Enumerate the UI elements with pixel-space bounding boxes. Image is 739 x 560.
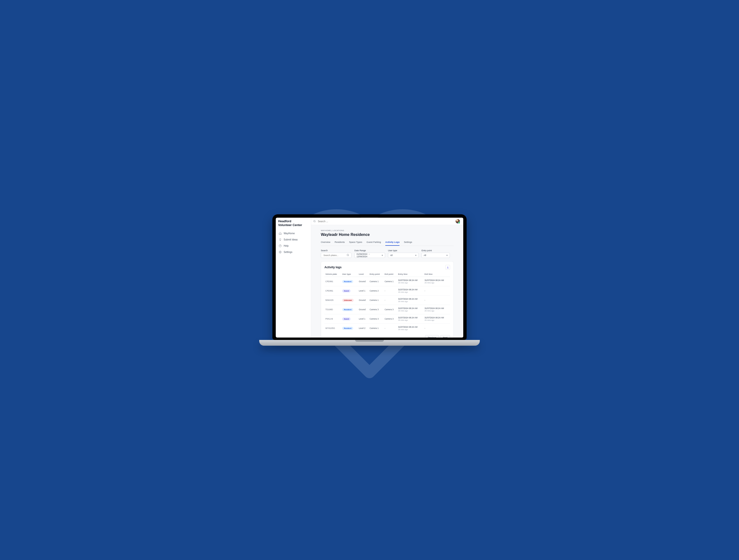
cell-plate: CRD861 (324, 286, 341, 296)
filter-label: Entry point (422, 249, 450, 252)
screen: Headford Volunteer Center WayHome Sub (276, 218, 463, 338)
date-range-value: 01/06/2024 → 12/06/2024 (356, 253, 380, 258)
activity-logs-card: Activity logs Vehicle plate User type (321, 261, 454, 338)
cell-entry: Camera 1 (369, 324, 384, 333)
cell-exit-time: - (424, 324, 450, 333)
previous-button[interactable]: Previous (425, 335, 439, 338)
cell-exit: Camera 3 (384, 305, 397, 314)
col-entry-time: Entry time (397, 271, 423, 277)
cell-entry: Camera 3 (369, 305, 384, 314)
brand-line-2: Volunteer Center (278, 223, 309, 227)
sidebar-item-label: Settings (284, 251, 292, 253)
user-type-badge: Resident (342, 327, 353, 330)
user-type-badge: Resident (342, 308, 353, 311)
card-title: Activity logs (324, 265, 341, 269)
cell-exit: - (384, 324, 397, 333)
user-type-select[interactable]: All ▾ (388, 253, 419, 258)
cell-exit: - (384, 296, 397, 305)
brand-title: Headford Volunteer Center (278, 220, 309, 227)
filter-search: Search (321, 249, 351, 258)
cell-exit-time: - (424, 286, 450, 296)
cell-exit-time: 31/07/2024 08:24 AM28 mins ago (424, 277, 450, 286)
lightbulb-icon (279, 238, 282, 241)
cell-exit: Camera 1 (384, 277, 397, 286)
table-row: 56WAD5UnknownGroundCamera 1-31/07/2024 0… (324, 296, 450, 305)
col-exit-time: Exit time (424, 271, 450, 277)
cell-exit: Camera 3 (384, 314, 397, 324)
page-title: Wayleadr Home Residence (321, 232, 454, 237)
cell-user-type: Unknown (341, 296, 358, 305)
search-plates-input[interactable] (323, 254, 345, 257)
gear-icon (279, 250, 282, 254)
user-type-badge: Guest (342, 289, 350, 293)
breadcrumb: WAYHOME | LOCATIONS (321, 229, 454, 231)
cell-level: Ground (358, 296, 368, 305)
filter-entry-point: Entry point All ▾ (422, 249, 450, 258)
cell-user-type: Guest (341, 314, 358, 324)
tab-overview[interactable]: Overview (321, 239, 330, 246)
sidebar-item-submit-ideas[interactable]: Submit Ideas (278, 237, 309, 243)
cell-entry-time: 31/07/2024 08:24 AM28 mins ago (397, 314, 423, 324)
main: WAYHOME | LOCATIONS Wayleadr Home Reside… (311, 218, 463, 338)
cell-exit-time: 31/07/2024 08:24 AM28 mins ago (424, 305, 450, 314)
user-type-badge: Guest (342, 317, 350, 321)
tabs: Overview Residents Space Types Guest Par… (321, 239, 454, 246)
sidebar-item-label: WayHome (284, 232, 295, 235)
tab-guest-parking[interactable]: Guest Parking (366, 239, 381, 246)
col-user-type: User type (341, 271, 358, 277)
cell-plate: P0K1A9 (324, 314, 341, 324)
sidebar-item-label: Help (284, 244, 289, 247)
cell-user-type: Guest (341, 286, 358, 296)
cell-entry-time: 31/07/2024 08:24 AM28 mins ago (397, 286, 423, 296)
help-icon (279, 244, 282, 247)
col-entry-point: Entry point (369, 271, 384, 277)
global-search-input[interactable] (317, 220, 454, 223)
cell-entry: Camera 1 (369, 277, 384, 286)
download-button[interactable] (445, 265, 450, 270)
pagination: Previous Next (324, 335, 450, 338)
download-icon (446, 266, 449, 269)
sidebar-item-label: Submit Ideas (284, 238, 298, 241)
search-plates-control[interactable] (321, 253, 351, 258)
filter-label: User type (388, 249, 419, 252)
sidebar-item-help[interactable]: Help (278, 243, 309, 249)
chevron-down-icon: ▾ (446, 254, 448, 256)
entry-point-select[interactable]: All ▾ (422, 253, 450, 258)
user-type-badge: Resident (342, 280, 353, 283)
cell-plate: CRD861 (324, 277, 341, 286)
user-type-badge: Unknown (342, 299, 354, 302)
laptop-base (259, 340, 480, 346)
cell-entry-time: 31/07/2024 08:24 AM28 mins ago (397, 277, 423, 286)
sidebar-item-settings[interactable]: Settings (278, 249, 309, 255)
col-exit-point: Exit point (384, 271, 397, 277)
cell-level: Level 2 (358, 324, 368, 333)
cell-level: Level 1 (358, 286, 368, 296)
cell-level: Ground (358, 305, 368, 314)
table-row: WY610SGResidentLevel 2Camera 1-31/07/202… (324, 324, 450, 333)
chevron-down-icon: ▾ (382, 254, 383, 256)
avatar[interactable] (456, 219, 460, 223)
table-row: P0K1A9GuestLevel 1Camera 3Camera 331/07/… (324, 314, 450, 324)
sidebar-item-wayhome[interactable]: WayHome (278, 230, 309, 237)
table-row: TD198DResidentGroundCamera 3Camera 331/0… (324, 305, 450, 314)
cell-entry-time: 31/07/2024 08:24 AM28 mins ago (397, 305, 423, 314)
tab-space-types[interactable]: Space Types (349, 239, 362, 246)
svg-point-2 (314, 220, 315, 222)
tab-activity-logs[interactable]: Activity Logs (385, 239, 400, 246)
global-search[interactable] (313, 220, 454, 223)
tab-residents[interactable]: Residents (335, 239, 345, 246)
svg-point-1 (280, 252, 281, 252)
cell-plate: WY610SG (324, 324, 341, 333)
laptop-mockup: Headford Volunteer Center WayHome Sub (272, 214, 467, 346)
filter-date-range: Date Range 01/06/2024 → 12/06/2024 ▾ (354, 249, 385, 258)
next-button[interactable]: Next (440, 335, 450, 338)
cell-entry: Camera 2 (369, 286, 384, 296)
date-range-select[interactable]: 01/06/2024 → 12/06/2024 ▾ (354, 253, 385, 258)
cell-plate: TD198D (324, 305, 341, 314)
filter-user-type: User type All ▾ (388, 249, 419, 258)
cell-entry-time: 31/07/2024 08:24 AM28 mins ago (397, 324, 423, 333)
tab-settings[interactable]: Settings (404, 239, 412, 246)
cell-exit-time: 31/07/2024 08:24 AM28 mins ago (424, 314, 450, 324)
user-type-value: All (390, 254, 393, 256)
topbar (311, 218, 463, 225)
